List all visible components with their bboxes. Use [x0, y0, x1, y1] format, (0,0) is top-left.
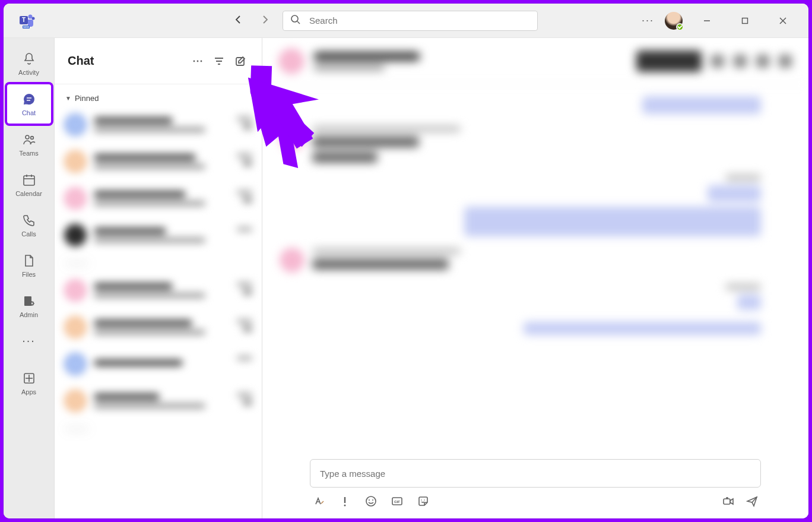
svg-rect-42: [724, 499, 730, 504]
svg-point-28: [201, 60, 202, 62]
apps-icon: [21, 371, 37, 386]
maximize-button[interactable]: [731, 7, 759, 34]
rail-label: Teams: [19, 150, 38, 157]
pinned-section-header[interactable]: ▼ Pinned: [55, 90, 262, 106]
header-icon[interactable]: [711, 55, 724, 68]
svg-line-7: [297, 21, 300, 24]
rail-calendar[interactable]: Calendar: [7, 165, 51, 204]
phone-icon: [21, 213, 37, 228]
rail-chat[interactable]: Chat: [7, 84, 51, 124]
priority-icon[interactable]: [338, 495, 351, 508]
svg-point-37: [372, 499, 373, 501]
chat-row[interactable]: [55, 106, 262, 143]
section-header[interactable]: ———: [55, 419, 262, 438]
conversation-avatar: [279, 49, 304, 74]
settings-more-icon[interactable]: ···: [642, 14, 654, 27]
send-icon[interactable]: [746, 495, 759, 508]
new-chat-button[interactable]: [230, 50, 251, 72]
svg-point-26: [194, 60, 195, 62]
chat-list-panel: Chat ▼ Pinned ——— ———: [55, 38, 262, 518]
svg-rect-9: [743, 18, 748, 23]
message-placeholder: Type a message: [320, 469, 385, 479]
svg-rect-16: [24, 176, 34, 185]
chat-row[interactable]: [55, 346, 262, 382]
chat-row[interactable]: [55, 382, 262, 419]
compose-toolbar: GIF: [310, 488, 761, 508]
header-icon[interactable]: [779, 55, 792, 68]
chat-list[interactable]: ▼ Pinned ——— ———: [55, 84, 262, 518]
message-list[interactable]: [262, 84, 808, 453]
svg-point-34: [344, 505, 346, 507]
chat-panel-header: Chat: [55, 38, 262, 84]
rail-label: Admin: [20, 311, 38, 318]
profile-avatar[interactable]: [665, 12, 683, 30]
conversation-subtitle: [313, 65, 385, 71]
search-input[interactable]: [309, 15, 530, 26]
file-icon: [21, 253, 37, 268]
svg-point-27: [197, 60, 199, 62]
app-window: TNEW ··· Activity: [4, 4, 808, 518]
message-input[interactable]: Type a message: [310, 459, 761, 488]
app-body: Activity Chat Teams Calendar Calls Files: [4, 38, 808, 518]
rail-calls[interactable]: Calls: [7, 205, 51, 245]
rail-admin[interactable]: A Admin: [7, 286, 51, 325]
conversation-title: [313, 52, 420, 61]
forward-button[interactable]: [260, 15, 269, 27]
search-bar[interactable]: [283, 11, 538, 31]
svg-text:NEW: NEW: [23, 26, 29, 29]
svg-point-22: [30, 302, 33, 305]
svg-point-3: [32, 17, 35, 20]
header-icon[interactable]: [734, 55, 747, 68]
panel-title: Chat: [68, 54, 187, 68]
teams-logo: TNEW: [11, 12, 44, 29]
rail-label: Chat: [22, 109, 36, 116]
svg-text:A: A: [26, 298, 30, 304]
svg-rect-32: [236, 58, 244, 65]
people-icon: [21, 132, 37, 147]
header-icon[interactable]: [756, 55, 769, 68]
rail-label: Files: [22, 271, 36, 278]
sticker-icon[interactable]: [417, 495, 430, 508]
admin-icon: A: [21, 293, 37, 309]
app-rail: Activity Chat Teams Calendar Calls Files: [4, 38, 55, 518]
rail-activity[interactable]: Activity: [7, 44, 51, 83]
presence-available-icon: [676, 23, 684, 31]
chat-row[interactable]: [55, 180, 262, 217]
conversation-header: [262, 38, 808, 84]
svg-text:GIF: GIF: [394, 500, 400, 504]
minimize-button[interactable]: [693, 7, 721, 34]
header-action-button[interactable]: [636, 50, 702, 72]
chat-row[interactable]: [55, 143, 262, 180]
compose-area: Type a message GIF: [262, 453, 808, 518]
rail-files[interactable]: Files: [7, 246, 51, 285]
meet-now-icon[interactable]: [722, 495, 735, 508]
rail-teams[interactable]: Teams: [7, 125, 51, 164]
conversation-pane: Type a message GIF: [262, 38, 808, 518]
svg-point-15: [30, 137, 33, 140]
filter-button[interactable]: [208, 50, 230, 72]
back-button[interactable]: [234, 15, 243, 27]
format-icon[interactable]: [312, 495, 325, 508]
rail-apps[interactable]: Apps: [7, 363, 51, 403]
titlebar: TNEW ···: [4, 4, 808, 38]
close-button[interactable]: [769, 7, 797, 34]
svg-point-35: [366, 496, 376, 506]
svg-point-6: [291, 15, 298, 22]
chat-icon: [21, 91, 37, 107]
gif-icon[interactable]: GIF: [391, 495, 404, 508]
emoji-icon[interactable]: [364, 495, 378, 508]
svg-point-41: [424, 499, 425, 501]
rail-more-icon[interactable]: ···: [22, 330, 36, 350]
chat-more-button[interactable]: [187, 50, 208, 72]
svg-point-2: [28, 14, 33, 18]
chat-row[interactable]: [55, 309, 262, 346]
rail-label: Apps: [21, 388, 36, 396]
svg-point-40: [421, 499, 422, 501]
recent-section-header[interactable]: ———: [55, 254, 262, 272]
chat-row[interactable]: [55, 272, 262, 309]
chevron-down-icon: ▼: [65, 95, 71, 102]
titlebar-right: ···: [642, 7, 801, 34]
rail-label: Calls: [21, 230, 36, 238]
chat-row[interactable]: [55, 217, 262, 254]
svg-point-14: [26, 135, 29, 139]
